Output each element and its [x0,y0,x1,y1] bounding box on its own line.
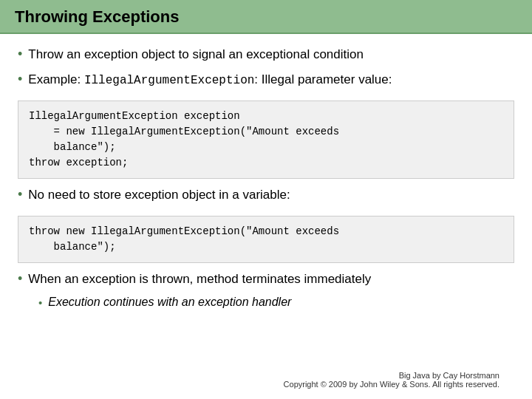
bullet-text-2: Example: IllegalArgumentException: Illeg… [28,71,392,89]
sub-bullet-icon-4: • [38,296,42,309]
bullet-icon-3: • [18,187,22,202]
title-bar: Throwing Exceptions [0,0,532,34]
bullet-text-2-before: Example: [28,72,84,86]
bullet-text-1: Throw an exception object to signal an e… [28,46,364,64]
slide-title: Throwing Exceptions [15,7,517,27]
bullet-text-2-after: : Illegal parameter value: [254,72,392,86]
sub-bullet-text-4: Execution continues with an exception ha… [48,296,291,309]
slide: Throwing Exceptions • Throw an exception… [0,0,532,399]
footer-line-1: Big Java by Cay Horstmann [18,371,499,380]
slide-content: • Throw an exception object to signal an… [0,34,532,399]
sub-bullet-item-4: • Execution continues with an exception … [38,296,514,309]
bullet-text-2-code: IllegalArgumentException [84,74,254,87]
bullet-item-3: • No need to store exception object in a… [18,186,514,204]
bullet-icon-1: • [18,47,22,62]
bullet-icon-2: • [18,72,22,87]
footer: Big Java by Cay Horstmann Copyright © 20… [18,368,514,393]
bullet-item-1: • Throw an exception object to signal an… [18,46,514,64]
code-block-1: IllegalArgumentException exception = new… [18,100,514,179]
footer-line-2: Copyright © 2009 by John Wiley & Sons. A… [18,380,499,389]
bullet-icon-4: • [18,271,22,287]
bullet-item-4: • When an exception is thrown, method te… [18,270,514,288]
bullet-item-2: • Example: IllegalArgumentException: Ill… [18,71,514,89]
bullet-text-3: No need to store exception object in a v… [28,186,290,204]
bullet-text-4: When an exception is thrown, method term… [28,270,371,288]
code-block-2: throw new IllegalArgumentException("Amou… [18,216,514,263]
